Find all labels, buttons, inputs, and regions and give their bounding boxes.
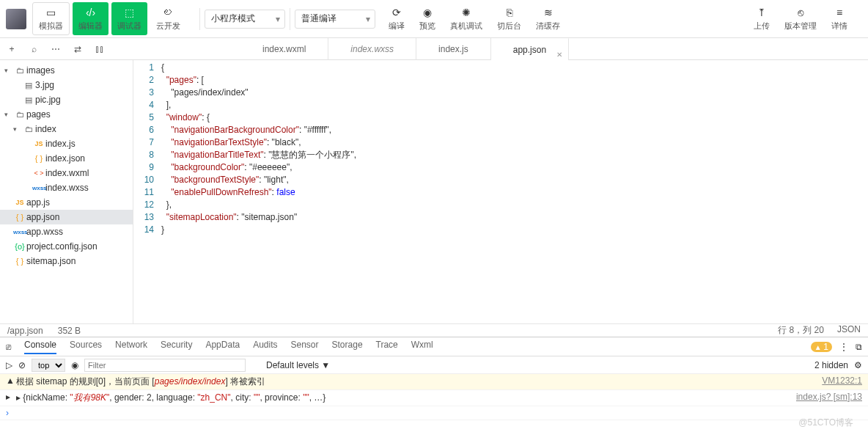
file-tree: ▾🗀images▤3.jpg▤pic.jpg▾🗀pages▾🗀indexJSin… <box>0 60 133 323</box>
tab-index-js[interactable]: index.js <box>416 38 491 60</box>
mode-select[interactable]: 小程序模式 <box>205 10 285 29</box>
file-name: project.config.json <box>26 241 98 252</box>
avatar[interactable] <box>6 9 26 29</box>
tree-item-project-config.json[interactable]: {o}project.config.json <box>0 239 133 254</box>
file-name: app.js <box>26 197 50 208</box>
tree-item-pages[interactable]: ▾🗀pages <box>0 107 133 122</box>
sub-toolbar: + ⌕ ⋯ ⇄ ⫿⫿ index.wxmlindex.wxssindex.jsa… <box>0 38 868 60</box>
simulator-button[interactable]: ▭模拟器 <box>32 2 70 35</box>
tree-item-app-wxss[interactable]: wxssapp.wxss <box>0 224 133 239</box>
code-content[interactable]: { "pages": [ "pages/index/index" ], "win… <box>161 60 868 323</box>
config-icon: {o} <box>13 242 26 251</box>
devtools-more-icon[interactable]: ⋮ <box>839 342 848 352</box>
new-file-icon[interactable]: + <box>6 44 18 54</box>
console-tab-audits[interactable]: Audits <box>253 340 277 354</box>
console-row[interactable]: ▲根据 sitemap 的规则[0]，当前页面 [pages/index/ind… <box>0 374 868 390</box>
console-tab-security[interactable]: Security <box>161 340 192 354</box>
file-name: pages <box>26 109 51 120</box>
console-message: ▸ {nickName: "我有98K", gender: 2, languag… <box>16 392 796 404</box>
cloud-dev-button[interactable]: ల云开发 <box>150 2 186 35</box>
search-icon[interactable]: ⌕ <box>28 44 40 54</box>
console-output[interactable]: ▲根据 sitemap 的规则[0]，当前页面 [pages/index/ind… <box>0 374 868 432</box>
clear-cache-button[interactable]: ≋清缓存 <box>530 3 566 34</box>
js-icon: JS <box>32 140 45 147</box>
split-icon[interactable]: ⫿⫿ <box>94 44 106 54</box>
console-source[interactable]: index.js? [sm]:13 <box>796 392 862 404</box>
console-tab-network[interactable]: Network <box>115 340 147 354</box>
editor-tabs: index.wxmlindex.wxssindex.jsapp.json✕ <box>240 38 569 60</box>
clear-icon[interactable]: ⊘ <box>18 360 26 370</box>
list-icon[interactable]: ⇄ <box>72 44 84 54</box>
tab-index-wxss[interactable]: index.wxss <box>328 38 416 60</box>
folder-icon: 🗀 <box>13 66 26 75</box>
eye-icon[interactable]: ◉ <box>71 360 78 370</box>
warning-badge[interactable]: ▲ 1 <box>811 342 832 352</box>
compile-select[interactable]: 普通编译 <box>295 10 375 29</box>
file-name: images <box>26 65 55 76</box>
arrow-icon: ▾ <box>4 111 13 118</box>
tree-item-index-json[interactable]: { }index.json <box>0 151 133 166</box>
devtools-tabs: ⎚ ConsoleSourcesNetworkSecurityAppDataAu… <box>0 337 868 356</box>
tab-index-wxml[interactable]: index.wxml <box>240 38 328 60</box>
compile-select-label: 普通编译 <box>301 12 336 25</box>
console-source[interactable]: VM1232:1 <box>822 376 862 388</box>
tree-item-index-wxss[interactable]: wxssindex.wxss <box>0 180 133 195</box>
console-row[interactable]: ▸▸ {nickName: "我有98K", gender: 2, langua… <box>0 390 868 406</box>
inspect-icon[interactable]: ⎚ <box>6 342 11 352</box>
console-tab-wxml[interactable]: Wxml <box>411 340 433 354</box>
img-icon: ▤ <box>22 81 35 90</box>
console-tab-sensor[interactable]: Sensor <box>291 340 319 354</box>
version-button[interactable]: ⎋版本管理 <box>779 3 823 34</box>
js-icon: JS <box>13 199 26 206</box>
background-button[interactable]: ⎘切后台 <box>491 3 527 34</box>
console-tab-storage[interactable]: Storage <box>332 340 363 354</box>
remote-debug-button[interactable]: ✺真机调试 <box>444 3 488 34</box>
editor-button[interactable]: ‹/›编辑器 <box>73 2 108 35</box>
scope-select[interactable]: top <box>32 359 65 372</box>
file-name: app.json <box>26 212 59 222</box>
play-icon[interactable]: ▷ <box>6 360 12 370</box>
tree-item-index[interactable]: ▾🗀index <box>0 122 133 136</box>
compile-button[interactable]: ⟳编译 <box>383 3 411 34</box>
upload-button[interactable]: ⤒上传 <box>748 3 776 34</box>
levels-select[interactable]: Default levels ▼ <box>266 360 330 370</box>
json-icon: { } <box>13 213 26 222</box>
gear-icon[interactable]: ⚙ <box>854 360 862 370</box>
folder-icon: 🗀 <box>22 125 35 133</box>
devtools-panel: ⎚ ConsoleSourcesNetworkSecurityAppDataAu… <box>0 337 868 432</box>
console-prompt[interactable]: › <box>0 406 868 420</box>
console-tab-trace[interactable]: Trace <box>376 340 398 354</box>
wxss-icon: wxss <box>32 185 45 191</box>
filter-input[interactable] <box>84 359 246 372</box>
tree-item-pic-jpg[interactable]: ▤pic.jpg <box>0 92 133 107</box>
line-gutter: 1234567891011121314 <box>133 60 161 323</box>
console-tab-sources[interactable]: Sources <box>70 340 102 354</box>
wxml-icon: < > <box>32 169 45 177</box>
wxss-icon: wxss <box>13 229 26 235</box>
tree-item-3-jpg[interactable]: ▤3.jpg <box>0 78 133 92</box>
tree-item-app-json[interactable]: { }app.json <box>0 210 133 224</box>
folder-icon: 🗀 <box>13 110 26 119</box>
file-name: index.wxml <box>45 168 89 178</box>
tab-app-json[interactable]: app.json✕ <box>491 38 569 60</box>
tree-item-index-js[interactable]: JSindex.js <box>0 136 133 151</box>
console-tab-console[interactable]: Console <box>24 340 56 354</box>
json-icon: { } <box>32 154 45 163</box>
file-name: index.json <box>45 153 85 164</box>
tree-item-sitemap-json[interactable]: { }sitemap.json <box>0 254 133 268</box>
details-button[interactable]: ≡详情 <box>825 3 853 34</box>
img-icon: ▤ <box>22 95 35 105</box>
close-icon[interactable]: ✕ <box>556 44 562 66</box>
debugger-button[interactable]: ⬚调试器 <box>111 2 147 35</box>
dock-icon[interactable]: ⧉ <box>856 342 862 352</box>
tree-item-index-wxml[interactable]: < >index.wxml <box>0 166 133 180</box>
code-editor[interactable]: 1234567891011121314 { "pages": [ "pages/… <box>133 60 868 323</box>
file-name: pic.jpg <box>35 95 61 105</box>
console-tab-appdata[interactable]: AppData <box>205 340 240 354</box>
more-icon[interactable]: ⋯ <box>50 44 62 54</box>
tree-item-images[interactable]: ▾🗀images <box>0 63 133 78</box>
log-icon: ▸ <box>6 392 16 404</box>
tree-item-app-js[interactable]: JSapp.js <box>0 195 133 210</box>
preview-button[interactable]: ◉预览 <box>413 3 441 34</box>
file-name: index.wxss <box>45 183 89 193</box>
